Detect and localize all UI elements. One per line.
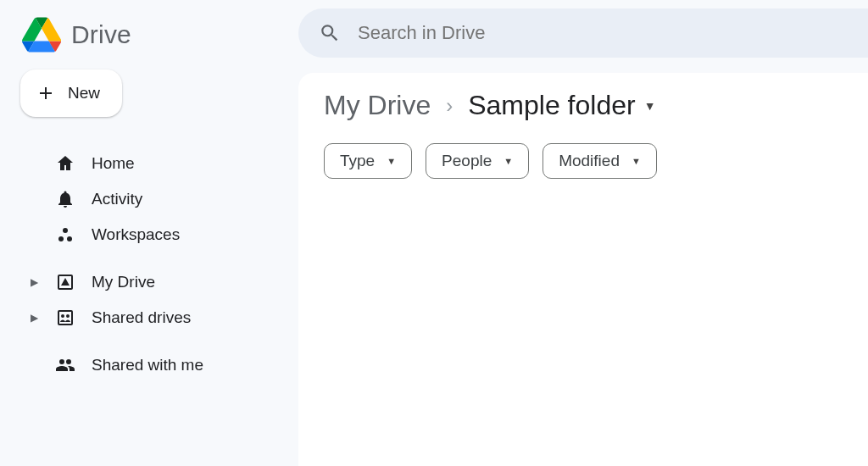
bell-icon <box>54 189 76 209</box>
sidebar-item-label: My Drive <box>92 273 155 291</box>
chevron-right-icon[interactable]: ▶ <box>31 312 39 324</box>
caret-down-icon: ▼ <box>387 156 396 166</box>
new-button-label: New <box>68 84 100 103</box>
chip-label: Modified <box>559 152 620 170</box>
sidebar-item-activity[interactable]: ▶ Activity <box>20 181 288 217</box>
shared-with-me-icon <box>54 355 76 375</box>
caret-down-icon: ▼ <box>644 99 656 113</box>
chip-label: People <box>442 152 492 170</box>
sidebar-item-shared-with-me[interactable]: ▶ Shared with me <box>20 347 288 383</box>
shared-drives-icon <box>54 308 76 328</box>
chevron-right-icon[interactable]: ▶ <box>31 276 39 288</box>
brand[interactable]: Drive <box>20 10 288 69</box>
sidebar-item-home[interactable]: ▶ Home <box>20 146 288 181</box>
breadcrumb-current[interactable]: Sample folder ▼ <box>468 90 655 121</box>
breadcrumb-root[interactable]: My Drive <box>324 90 431 121</box>
sidebar-item-label: Shared with me <box>92 356 203 374</box>
plus-icon <box>36 83 56 103</box>
chevron-right-icon: › <box>446 94 453 118</box>
brand-name: Drive <box>71 20 131 49</box>
breadcrumb: My Drive › Sample folder ▼ <box>324 90 868 121</box>
workspaces-icon <box>54 225 76 245</box>
svg-point-1 <box>58 236 64 241</box>
chip-label: Type <box>340 152 375 170</box>
sidebar: Drive New ▶ Home ▶ Activity <box>0 0 288 466</box>
home-icon <box>54 153 76 174</box>
new-button[interactable]: New <box>20 69 122 117</box>
sidebar-item-workspaces[interactable]: ▶ Workspaces <box>20 217 288 252</box>
filter-chips: Type ▼ People ▼ Modified ▼ <box>324 143 868 179</box>
content-area: My Drive › Sample folder ▼ Type ▼ People… <box>298 73 868 466</box>
svg-point-2 <box>67 236 72 241</box>
filter-chip-modified[interactable]: Modified ▼ <box>542 143 657 179</box>
sidebar-item-label: Activity <box>92 190 142 208</box>
sidebar-item-label: Home <box>92 154 135 173</box>
sidebar-item-label: Workspaces <box>92 225 180 244</box>
svg-point-0 <box>63 228 68 233</box>
main-pane: My Drive › Sample folder ▼ Type ▼ People… <box>288 0 868 466</box>
filter-chip-type[interactable]: Type ▼ <box>324 143 412 179</box>
drive-icon <box>54 272 76 292</box>
breadcrumb-current-label: Sample folder <box>468 90 635 121</box>
drive-logo-icon <box>22 17 61 53</box>
sidebar-item-label: Shared drives <box>92 308 191 327</box>
search-icon <box>319 22 341 44</box>
search-bar[interactable] <box>298 8 868 58</box>
caret-down-icon: ▼ <box>632 156 641 166</box>
search-input[interactable] <box>358 22 848 44</box>
caret-down-icon: ▼ <box>504 156 513 166</box>
filter-chip-people[interactable]: People ▼ <box>426 143 529 179</box>
sidebar-item-my-drive[interactable]: ▶ My Drive <box>20 264 288 300</box>
sidebar-item-shared-drives[interactable]: ▶ Shared drives <box>20 300 288 336</box>
